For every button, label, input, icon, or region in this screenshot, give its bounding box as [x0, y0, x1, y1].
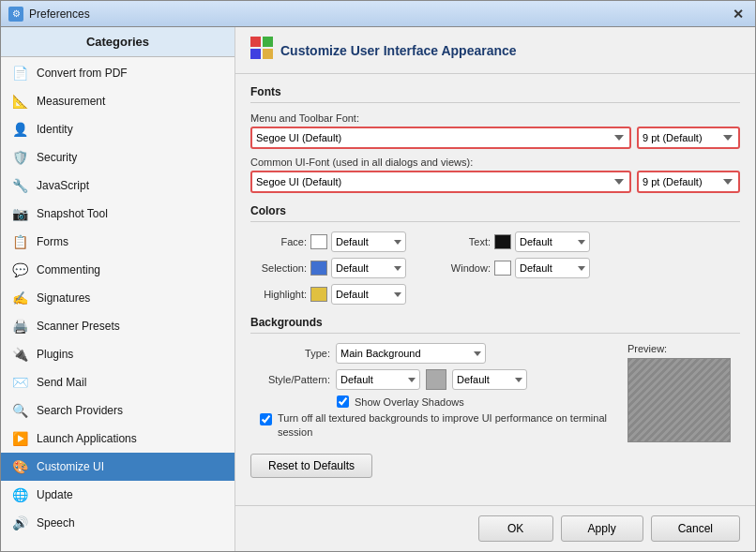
sidebar-item-security[interactable]: 🛡️ Security — [1, 143, 234, 172]
show-overlay-checkbox[interactable] — [337, 395, 349, 408]
face-select[interactable]: Default — [331, 231, 406, 252]
sidebar-item-identity[interactable]: 👤 Identity — [1, 115, 234, 143]
sidebar-item-search-providers[interactable]: 🔍 Search Providers — [1, 396, 234, 425]
convert-from-pdf-icon: 📄 — [10, 64, 29, 82]
speech-icon: 🔊 — [10, 514, 29, 532]
sidebar-item-forms[interactable]: 📋 Forms — [1, 228, 234, 256]
svg-rect-2 — [250, 49, 261, 59]
sidebar-item-convert-from-pdf[interactable]: 📄 Convert from PDF — [1, 59, 234, 87]
sidebar-item-send-mail[interactable]: ✉️ Send Mail — [1, 368, 234, 396]
scanner-presets-icon: 🖨️ — [10, 317, 29, 336]
highlight-select[interactable]: Default — [331, 284, 406, 305]
text-color-select[interactable]: Default — [515, 231, 590, 252]
colors-section: Colors Face: Default — [250, 204, 740, 305]
update-icon: 🌐 — [10, 485, 29, 504]
text-color-label: Text: — [444, 236, 491, 247]
window-color-select-wrapper: Default — [494, 258, 590, 278]
sidebar-item-javascript[interactable]: 🔧 JavaScript — [1, 172, 234, 200]
window-color-select[interactable]: Default — [515, 258, 590, 278]
sidebar-item-label: Speech — [37, 516, 75, 530]
common-ui-font-group: Common UI-Font (used in all dialogs and … — [250, 157, 740, 193]
pattern-select[interactable]: Default — [452, 369, 527, 390]
customize-ui-icon: 🎨 — [10, 457, 29, 476]
style-select[interactable]: Default — [336, 369, 420, 390]
cancel-button[interactable]: Cancel — [651, 515, 740, 542]
show-overlay-label: Show Overlay Shadows — [355, 396, 464, 408]
sidebar-item-label: JavaScript — [37, 179, 89, 192]
turn-off-textured-checkbox[interactable] — [260, 413, 272, 425]
selection-row: Selection: Default — [250, 258, 406, 278]
sidebar: Categories 📄 Convert from PDF 📐 Measurem… — [1, 27, 235, 551]
sidebar-item-label: Search Providers — [37, 404, 123, 417]
sidebar-item-launch-applications[interactable]: ▶️ Launch Applications — [1, 425, 234, 453]
menu-toolbar-font-group: Menu and Toolbar Font: Segoe UI (Default… — [250, 112, 740, 149]
style-pattern-label: Style/Pattern: — [250, 374, 330, 385]
title-bar-title: Preferences — [29, 7, 729, 21]
fonts-section-title: Fonts — [250, 85, 740, 103]
sidebar-item-commenting[interactable]: 💬 Commenting — [1, 256, 234, 284]
sidebar-item-measurement[interactable]: 📐 Measurement — [1, 87, 234, 115]
sidebar-item-customize-ui[interactable]: 🎨 Customize UI — [1, 453, 234, 481]
colors-grid: Face: Default Selection: — [250, 231, 740, 305]
colors-section-title: Colors — [250, 204, 740, 222]
sidebar-item-speech[interactable]: 🔊 Speech — [1, 509, 234, 537]
backgrounds-section: Backgrounds Type: Main Background — [250, 316, 740, 478]
main-content: Fonts Menu and Toolbar Font: Segoe UI (D… — [235, 74, 755, 505]
backgrounds-controls: Type: Main Background Style/Pattern: Def… — [250, 343, 612, 442]
text-color-select-wrapper: Default — [494, 231, 590, 252]
selection-swatch — [310, 261, 327, 276]
text-color-row: Text: Default — [444, 231, 590, 252]
highlight-row: Highlight: Default — [250, 284, 406, 305]
sidebar-item-snapshot-tool[interactable]: 📷 Snapshot Tool — [1, 200, 234, 228]
face-swatch — [310, 234, 327, 249]
menu-toolbar-font-label: Menu and Toolbar Font: — [250, 112, 740, 124]
send-mail-icon: ✉️ — [10, 373, 29, 392]
preview-label: Preview: — [627, 343, 740, 354]
sidebar-item-label: Scanner Presets — [37, 320, 120, 333]
preview-box: Preview: — [627, 343, 740, 442]
common-ui-font-label: Common UI-Font (used in all dialogs and … — [250, 157, 740, 168]
window-color-label: Window: — [444, 262, 491, 274]
backgrounds-section-title: Backgrounds — [250, 316, 740, 334]
preview-canvas — [627, 358, 731, 442]
face-row: Face: Default — [250, 231, 406, 252]
apply-button[interactable]: Apply — [561, 515, 643, 542]
title-bar: ⚙ Preferences ✕ — [1, 1, 755, 27]
svg-rect-0 — [250, 37, 261, 47]
main-header: Customize User Interface Appearance — [235, 27, 755, 74]
ok-button[interactable]: OK — [478, 515, 553, 542]
footer: OK Apply Cancel — [235, 505, 755, 551]
close-button[interactable]: ✕ — [729, 5, 748, 23]
pattern-swatch — [426, 369, 446, 390]
menu-toolbar-font-select[interactable]: Segoe UI (Default) — [250, 127, 631, 149]
common-ui-font-size-select[interactable]: 9 pt (Default) — [637, 171, 740, 193]
highlight-label: Highlight: — [250, 289, 307, 300]
type-row: Type: Main Background — [250, 343, 612, 364]
launch-applications-icon: ▶️ — [10, 429, 29, 448]
menu-toolbar-font-row: Segoe UI (Default) 9 pt (Default) — [250, 127, 740, 149]
sidebar-item-update[interactable]: 🌐 Update — [1, 481, 234, 509]
type-label: Type: — [250, 348, 330, 359]
javascript-icon: 🔧 — [10, 176, 29, 195]
menu-toolbar-font-size-select[interactable]: 9 pt (Default) — [637, 127, 740, 149]
sidebar-item-plugins[interactable]: 🔌 Plugins — [1, 340, 234, 368]
style-pattern-row: Style/Pattern: Default Default — [250, 369, 612, 390]
search-providers-icon: 🔍 — [10, 401, 29, 420]
backgrounds-layout: Type: Main Background Style/Pattern: Def… — [250, 343, 740, 442]
title-bar-icon: ⚙ — [8, 7, 23, 22]
sidebar-item-label: Customize UI — [37, 460, 104, 473]
face-label: Face: — [250, 236, 307, 247]
snapshot-tool-icon: 📷 — [10, 204, 29, 223]
sidebar-item-scanner-presets[interactable]: 🖨️ Scanner Presets — [1, 312, 234, 340]
common-ui-font-select[interactable]: Segoe UI (Default) — [250, 171, 631, 193]
type-select[interactable]: Main Background — [336, 343, 486, 364]
sidebar-item-label: Forms — [37, 235, 68, 248]
selection-select[interactable]: Default — [331, 258, 406, 278]
security-icon: 🛡️ — [10, 148, 29, 167]
sidebar-item-signatures[interactable]: ✍️ Signatures — [1, 284, 234, 312]
reset-button[interactable]: Reset to Defaults — [250, 454, 372, 478]
highlight-select-wrapper: Default — [310, 284, 406, 305]
sidebar-list: 📄 Convert from PDF 📐 Measurement 👤 Ident… — [1, 57, 234, 551]
window-color-row: Window: Default — [444, 258, 590, 278]
main-header-title: Customize User Interface Appearance — [280, 43, 517, 58]
